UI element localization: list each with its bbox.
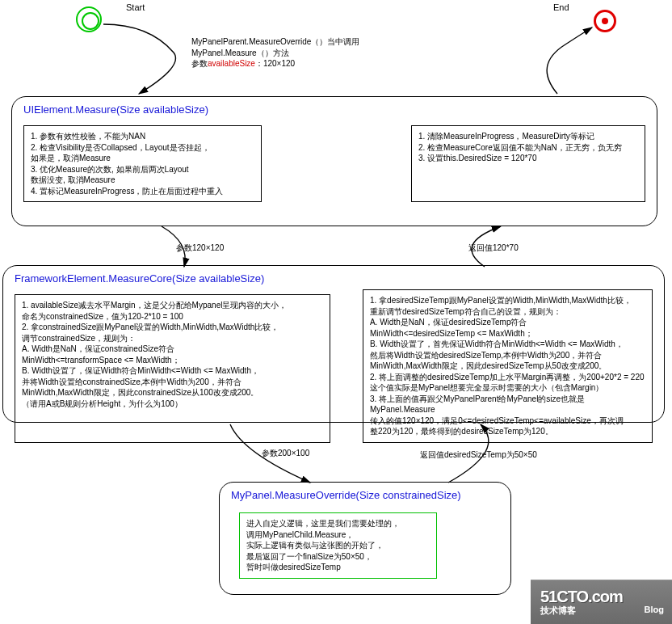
- param-120-120: 参数120×120: [176, 242, 224, 254]
- start-node-icon: [76, 6, 102, 32]
- box3-inner: 进入自定义逻辑，这里是我们需要处理的， 调用MyPanelChild.Measu…: [239, 512, 437, 579]
- watermark: 51CTO.com 技术博客 Blog: [531, 580, 672, 624]
- box2-col1: 1. availableSize减去水平Margin，这是父分配给Mypanel…: [15, 294, 330, 443]
- watermark-brand: 51CTO.com: [540, 588, 672, 606]
- call-annotation: MyPanelParent.MeasureOverride（）当中调用 MyPa…: [191, 36, 359, 70]
- return-120-70: 返回值120*70: [468, 242, 519, 254]
- return-50-50: 返回值desiredSizeTemp为50×50: [420, 449, 537, 461]
- call-line1: MyPanelParent.MeasureOverride（）当中调用: [191, 36, 359, 48]
- box-mypanel-measureoverride: MyPanel.MeasureOverride(Size constrained…: [219, 482, 511, 595]
- arrow-start-to-box1: [103, 24, 175, 94]
- box-frameworkelement-measurecore: FrameworkElement.MeasureCore(Size availa…: [2, 265, 665, 423]
- box3-title: MyPanel.MeasureOverride(Size constrained…: [231, 489, 499, 501]
- param-200-100: 参数200×100: [262, 448, 309, 459]
- box2-title: FrameworkElement.MeasureCore(Size availa…: [15, 272, 653, 285]
- start-label: Start: [126, 2, 145, 13]
- end-label: End: [553, 2, 569, 13]
- box1-title: UIElement.Measure(Size availableSize): [23, 103, 645, 116]
- box1-col1: 1. 参数有效性校验，不能为NAN 2. 检查Visibility是否Colla…: [23, 125, 262, 202]
- box1-col2: 1. 清除MeasureInProgress，MeasureDirty等标记 2…: [411, 125, 645, 202]
- box2-col2: 1. 拿desiredSizeTemp跟MyPanel设置的Width,MinW…: [363, 289, 653, 443]
- arrow-box1-to-end: [547, 27, 592, 94]
- end-node-icon: [594, 10, 616, 32]
- call-line2: MyPanel.Measure（）方法: [191, 48, 359, 59]
- box-uielement-measure: UIElement.Measure(Size availableSize) 1.…: [11, 96, 657, 226]
- watermark-sub: 技术博客 Blog: [540, 605, 672, 617]
- call-line3: 参数availableSize：120×120: [191, 58, 359, 70]
